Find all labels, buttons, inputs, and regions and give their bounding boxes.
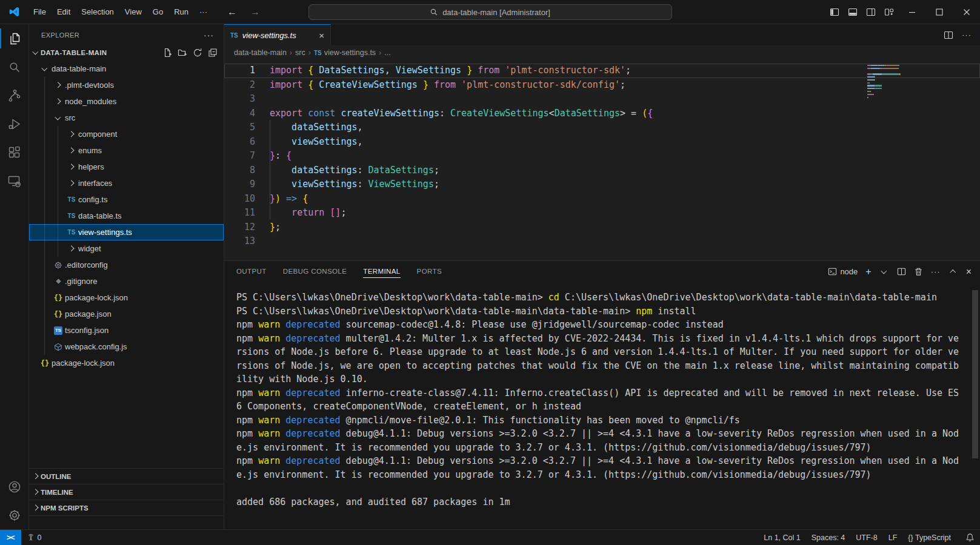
ports-indicator[interactable]: 0 (21, 533, 47, 542)
run-debug-icon[interactable] (0, 110, 29, 138)
tree-item-src[interactable]: src (29, 110, 224, 126)
terminal-shell-item[interactable]: node (828, 267, 858, 276)
sidebar-section-outline[interactable]: OUTLINE (29, 469, 224, 484)
cube-icon (54, 343, 62, 351)
tree-item-.plmt-devtools[interactable]: .plmt-devtools (29, 77, 224, 93)
minimize-button-icon[interactable] (898, 0, 925, 24)
workspace-section-title: DATA-TABLE-MAIN (41, 49, 107, 56)
breadcrumb-item--[interactable]: ... (384, 48, 390, 57)
menu-go[interactable]: Go (147, 4, 168, 20)
tree-item-config.ts[interactable]: TSconfig.ts (29, 191, 224, 208)
menu-run[interactable]: Run (168, 4, 194, 20)
status-item--typescript[interactable]: {} TypeScript (902, 533, 956, 542)
status-item-utf-8[interactable]: UTF-8 (850, 533, 882, 542)
breadcrumb-item-view-settings-ts[interactable]: TSview-settings.ts (314, 48, 376, 57)
terminal-dropdown-icon[interactable] (879, 267, 889, 277)
close-window-button-icon[interactable] (953, 0, 980, 24)
menu-more[interactable]: ··· (194, 4, 213, 20)
split-terminal-icon[interactable] (897, 267, 906, 276)
tree-item-package-lock.json[interactable]: {}package-lock.json (29, 289, 224, 306)
toggle-primary-sidebar-icon[interactable] (825, 3, 844, 21)
panel-tab-terminal[interactable]: TERMINAL (363, 261, 400, 282)
tree-item-data-table.ts[interactable]: TSdata-table.ts (29, 208, 224, 224)
line-number: 12 (224, 220, 255, 235)
tree-item-package.json[interactable]: {}package.json (29, 306, 224, 322)
remote-indicator[interactable]: >< (0, 530, 21, 545)
status-item-ln-1-col-1[interactable]: Ln 1, Col 1 (758, 533, 805, 542)
source-control-icon[interactable] (0, 81, 29, 110)
tree-item-package-lock.json[interactable]: {}package-lock.json (29, 355, 224, 371)
notifications-bell-icon[interactable] (960, 533, 980, 542)
collapse-all-icon[interactable] (208, 48, 218, 58)
nav-forward-icon[interactable]: → (250, 7, 260, 18)
panel-tab-ports[interactable]: PORTS (417, 261, 442, 282)
status-bar-right: Ln 1, Col 1Spaces: 4UTF-8LF{} TypeScript (758, 533, 960, 542)
tree-item-label: src (65, 113, 75, 122)
close-panel-icon[interactable]: × (966, 267, 972, 277)
tree-item-node_modules[interactable]: node_modules (29, 93, 224, 110)
remote-explorer-icon[interactable] (0, 167, 29, 195)
code-text: dataSettings: DataSettings; (255, 164, 439, 178)
panel-tab-debug-console[interactable]: DEBUG CONSOLE (283, 261, 347, 282)
split-editor-icon[interactable] (944, 30, 953, 40)
minimap[interactable] (867, 65, 912, 102)
explorer-more-icon[interactable]: ··· (204, 30, 214, 40)
tab-label: view-settings.ts (242, 31, 296, 40)
toggle-secondary-sidebar-icon[interactable] (862, 3, 880, 21)
menu-file[interactable]: File (28, 4, 52, 20)
tree-item-tsconfig.json[interactable]: TStsconfig.json (29, 322, 224, 339)
workspace-section-header[interactable]: DATA-TABLE-MAIN (29, 45, 224, 59)
explorer-icon[interactable] (0, 24, 29, 53)
tree-item-.gitignore[interactable]: .gitignore (29, 273, 224, 289)
menu-selection[interactable]: Selection (76, 4, 119, 20)
editor-more-icon[interactable]: ··· (962, 30, 972, 39)
new-terminal-icon[interactable]: + (865, 267, 871, 277)
settings-gear-icon[interactable] (0, 501, 29, 529)
tree-item-label: view-settings.ts (78, 228, 132, 237)
customize-layout-icon[interactable] (880, 3, 898, 21)
sidebar-section-npm-scripts[interactable]: NPM SCRIPTS (29, 500, 224, 516)
breadcrumb-item-data-table-main[interactable]: data-table-main (234, 48, 287, 57)
terminal-output[interactable]: PS C:\Users\lwkas\OneDrive\Desktop\work\… (224, 282, 980, 529)
tree-item-.editorconfig[interactable]: .editorconfig (29, 257, 224, 273)
tab-close-icon[interactable]: × (319, 30, 324, 41)
tree-item-interfaces[interactable]: interfaces (29, 175, 224, 191)
new-file-icon[interactable] (162, 48, 172, 58)
tree-item-webpack.config.js[interactable]: webpack.config.js (29, 339, 224, 355)
maximize-button-icon[interactable] (925, 0, 953, 24)
kill-terminal-icon[interactable] (914, 267, 923, 276)
tree-item-widget[interactable]: widget (29, 240, 224, 257)
maximize-panel-icon[interactable] (948, 267, 958, 277)
extensions-icon[interactable] (0, 138, 29, 167)
refresh-icon[interactable] (193, 48, 202, 58)
git-icon (52, 275, 65, 288)
tree-item-data-table-main[interactable]: data-table-main (29, 61, 224, 77)
chevron-right-icon (65, 144, 78, 157)
tree-item-enums[interactable]: enums (29, 142, 224, 159)
menu-view[interactable]: View (119, 4, 147, 20)
terminal-scrollbar[interactable] (972, 290, 978, 458)
search-sidebar-icon[interactable] (0, 53, 29, 81)
chevron-right-icon (53, 97, 63, 107)
code-text: viewSettings: ViewSettings; (255, 177, 439, 192)
toggle-panel-icon[interactable] (844, 3, 862, 21)
menu-edit[interactable]: Edit (52, 4, 76, 20)
sidebar-section-timeline[interactable]: TIMELINE (29, 484, 224, 500)
status-item-spaces-4[interactable]: Spaces: 4 (806, 533, 851, 542)
nav-back-icon[interactable]: ← (227, 7, 237, 18)
code-editor[interactable]: 1import { DataSettings, ViewSettings } f… (224, 60, 980, 260)
terminal-line: npm warn deprecated inferno-create-class… (236, 386, 980, 400)
status-item-lf[interactable]: LF (883, 533, 903, 542)
tree-item-label: package-lock.json (52, 358, 115, 368)
command-center-search[interactable]: data-table-main [Administrator] (308, 4, 672, 20)
new-folder-icon[interactable] (178, 48, 187, 58)
panel-more-icon[interactable]: ··· (931, 267, 941, 276)
tab-view-settings[interactable]: TS view-settings.ts × (224, 24, 331, 45)
tree-item-helpers[interactable]: helpers (29, 159, 224, 175)
tree-item-view-settings.ts[interactable]: TSview-settings.ts (29, 224, 224, 240)
breadcrumb-item-src[interactable]: src (295, 48, 305, 57)
panel-tab-output[interactable]: OUTPUT (236, 261, 267, 282)
cube-icon (52, 340, 65, 354)
tree-item-component[interactable]: component (29, 126, 224, 142)
accounts-icon[interactable] (0, 472, 29, 501)
